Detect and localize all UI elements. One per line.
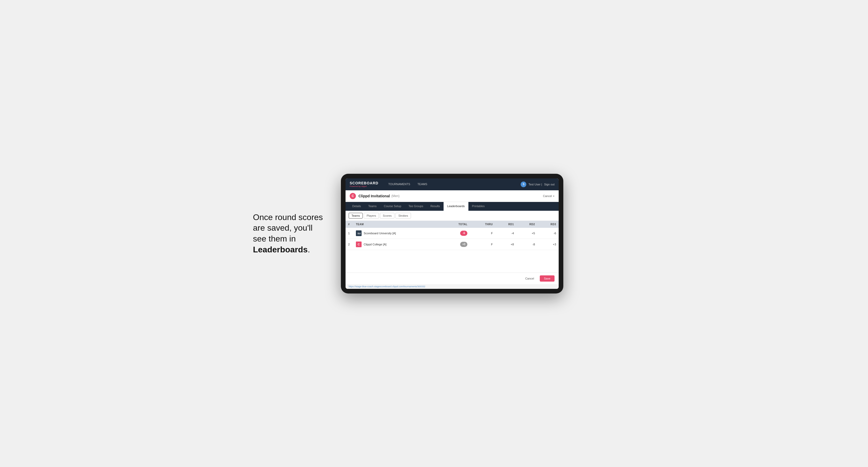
row2-total: +3 [442, 239, 470, 250]
svg-text:SU: SU [358, 232, 361, 235]
row2-team-name: Clippd College [A] [364, 243, 386, 246]
user-avatar: S [521, 182, 526, 187]
logo-area: SCOREBOARD Powered by clippd [350, 181, 378, 187]
tab-leaderboards[interactable]: Leaderboards [443, 202, 468, 211]
nav-right: S Test User | Sign out [521, 182, 555, 187]
tournament-icon: C [350, 193, 356, 199]
sub-tabs: Teams Players Scores Strokes [345, 211, 559, 221]
row2-rank: 2 [345, 239, 353, 250]
col-total: TOTAL [442, 221, 470, 228]
leaderboards-emphasis: Leaderboards [253, 245, 308, 254]
status-url: https://stage-blue-coach.stagescoreboard… [349, 285, 425, 288]
tab-printables[interactable]: Printables [468, 202, 488, 211]
app-logo: SCOREBOARD [350, 181, 378, 185]
row2-rd3: +3 [537, 239, 559, 250]
tournament-name: Clippd Invitational [359, 194, 390, 198]
tab-details[interactable]: Details [349, 202, 365, 211]
tab-results[interactable]: Results [427, 202, 443, 211]
row1-rd1: -4 [495, 228, 517, 239]
sidebar-text: Once round scores are saved, you'll see … [253, 212, 326, 255]
nav-tournaments[interactable]: TOURNAMENTS [384, 179, 414, 190]
tournament-header: C Clippd Invitational (Men) Cancel × [345, 190, 559, 202]
row1-rd2: +5 [517, 228, 538, 239]
tab-tee-groups[interactable]: Tee Groups [405, 202, 427, 211]
row2-team-logo: C [356, 242, 362, 247]
tournament-type: (Men) [391, 194, 399, 198]
row1-team: SU Scoreboard University [A] [353, 228, 442, 239]
modal-footer: Cancel Save [345, 273, 559, 284]
save-button[interactable]: Save [540, 275, 555, 282]
tab-course-setup[interactable]: Course Setup [380, 202, 405, 211]
cancel-button[interactable]: Cancel [522, 275, 537, 282]
row1-rd3: -6 [537, 228, 559, 239]
user-name: Test User | [528, 183, 542, 186]
nav-links: TOURNAMENTS TEAMS [384, 179, 521, 190]
row1-total: -5 [442, 228, 470, 239]
table-header-row: # TEAM TOTAL THRU RD1 RD2 RD3 [345, 221, 559, 228]
logo-subtitle: Powered by clippd [350, 185, 378, 187]
nav-bar: SCOREBOARD Powered by clippd TOURNAMENTS… [345, 179, 559, 190]
table-row: 2 C Clippd College [A] +3 [345, 239, 559, 250]
sub-tab-players[interactable]: Players [364, 213, 379, 218]
leaderboard-content: # TEAM TOTAL THRU RD1 RD2 RD3 1 [345, 221, 559, 273]
col-rd3: RD3 [537, 221, 559, 228]
row1-rank: 1 [345, 228, 353, 239]
row2-score-badge: +3 [460, 242, 467, 247]
row2-team: C Clippd College [A] [353, 239, 442, 250]
row2-rd1: +8 [495, 239, 517, 250]
col-rd1: RD1 [495, 221, 517, 228]
nav-teams[interactable]: TEAMS [414, 179, 431, 190]
leaderboard-table: # TEAM TOTAL THRU RD1 RD2 RD3 1 [345, 221, 559, 250]
row1-score-badge: -5 [460, 231, 467, 236]
row2-thru: F [470, 239, 495, 250]
tabs-bar: Details Teams Course Setup Tee Groups Re… [345, 202, 559, 211]
tab-teams[interactable]: Teams [365, 202, 380, 211]
sub-tab-strokes[interactable]: Strokes [396, 213, 411, 218]
sub-tab-scores[interactable]: Scores [380, 213, 395, 218]
row2-rd2: -8 [517, 239, 538, 250]
status-bar: https://stage-blue-coach.stagescoreboard… [345, 284, 559, 289]
cancel-tournament-button[interactable]: Cancel × [543, 194, 555, 197]
table-row: 1 SU Scoreboard Universit [345, 228, 559, 239]
col-rd2: RD2 [517, 221, 538, 228]
row1-team-logo: SU [356, 230, 362, 236]
tablet-frame: SCOREBOARD Powered by clippd TOURNAMENTS… [341, 174, 563, 293]
col-team: TEAM [353, 221, 442, 228]
tablet-screen: SCOREBOARD Powered by clippd TOURNAMENTS… [345, 179, 559, 289]
sign-out-link[interactable]: Sign out [544, 183, 555, 186]
row1-team-name: Scoreboard University [A] [364, 232, 396, 235]
sub-tab-teams[interactable]: Teams [349, 213, 363, 218]
col-thru: THRU [470, 221, 495, 228]
row1-thru: F [470, 228, 495, 239]
col-rank: # [345, 221, 353, 228]
